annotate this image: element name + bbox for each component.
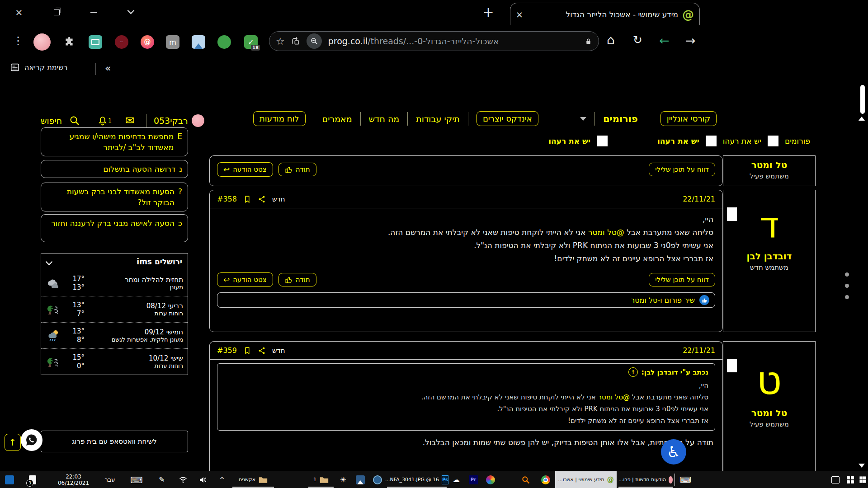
tab-search-button[interactable] — [123, 3, 138, 18]
notes-tray-icon[interactable]: 3 — [23, 471, 42, 488]
scroll-down-arrow[interactable] — [859, 464, 865, 468]
forums-dropdown-icon[interactable] — [580, 117, 586, 121]
bookmark-star-icon[interactable]: ☆ — [276, 36, 285, 47]
search-label[interactable]: חיפוש — [41, 116, 62, 126]
tab-close-icon[interactable]: × — [516, 9, 523, 19]
lock-icon[interactable] — [585, 38, 592, 45]
premiere-icon[interactable]: Pr — [466, 471, 481, 488]
browser-tab[interactable]: @ מידע שימושי - אשכול הלייזר הגדול × — [510, 3, 700, 25]
taskbar-folder-1[interactable]: 1 — [308, 471, 334, 488]
sidebar-thread-link[interactable]: נ דרושה הסעה בתשלום — [41, 160, 188, 178]
m-extension-icon[interactable]: m — [166, 35, 179, 49]
bookmark-icon[interactable] — [243, 347, 251, 355]
pen-icon[interactable]: ✎ — [154, 471, 170, 488]
mail-icon[interactable]: ✉ — [125, 114, 134, 127]
search-icon[interactable] — [69, 115, 80, 126]
pink-at-extension-icon[interactable]: @ — [141, 35, 154, 49]
sidebar-thread-link[interactable]: כ הסעה לאישה מבני ברק לרעננה וחזור — [41, 214, 188, 242]
reload-button[interactable]: ↻ — [633, 33, 642, 47]
address-bar[interactable]: ☆ prog.co.il/threads/אשכול-הלייזר-הגדול-… — [269, 31, 599, 51]
taskbar-active-window[interactable]: מידע שימושי | אשכו... @ — [555, 471, 617, 488]
scroll-to-top-button[interactable]: ↑ — [5, 434, 21, 451]
nav-whats-new[interactable]: מה חדש — [369, 114, 400, 124]
go-to-quoted-post-icon[interactable]: ↑ — [628, 367, 638, 377]
report-button[interactable]: דווח על תוכן שלילי — [649, 163, 715, 176]
internet-globe-icon[interactable] — [370, 471, 385, 488]
taskbar-clock[interactable]: 22:03 06/12/2021 — [50, 471, 97, 488]
quote-title[interactable]: נכתב ע"י דובדבן לבן: — [642, 368, 708, 376]
taskbar-messages-window[interactable]: הודעות חדשות | פרו... — [618, 471, 673, 488]
window-restore-button[interactable] — [49, 5, 64, 20]
leaf-extension-icon[interactable] — [217, 35, 231, 49]
wifi-icon[interactable] — [175, 471, 192, 488]
taskbar-folder-aktions[interactable]: אקשנים — [232, 471, 274, 488]
photos-app-icon[interactable] — [353, 471, 368, 488]
post-author[interactable]: טל ומטר — [723, 408, 815, 418]
post-author[interactable]: דובדבן לבן — [723, 251, 815, 262]
carousel-dot[interactable] — [845, 295, 849, 299]
user-avatar[interactable] — [192, 114, 204, 127]
speaker-icon[interactable] — [194, 471, 212, 488]
breadcrumb-forums[interactable]: פורומים — [785, 136, 810, 145]
nav-online-courses-button[interactable]: קורסי אונליין — [660, 111, 717, 126]
avatar-letter[interactable]: ד — [723, 206, 815, 244]
avatar-letter[interactable]: ט — [723, 360, 815, 400]
paint-palette-icon[interactable] — [483, 471, 498, 488]
user-mention[interactable]: @טל ומטר — [588, 228, 624, 237]
send-to-device-icon[interactable] — [291, 37, 300, 46]
studio-extension-icon[interactable] — [89, 35, 102, 49]
thanks-button[interactable]: תודה — [278, 273, 316, 286]
carousel-dot[interactable] — [845, 284, 849, 288]
scrollbar-thumb[interactable] — [860, 85, 865, 114]
scroll-up-arrow[interactable] — [859, 117, 865, 121]
shield-extension-icon[interactable]: ✓ 18 — [244, 35, 258, 49]
browser-menu-icon[interactable]: ⋮ — [13, 34, 24, 47]
photos-extension-icon[interactable] — [192, 35, 205, 49]
new-tab-button[interactable]: + — [480, 4, 496, 20]
likers-list[interactable]: שיר פורום ו-טל ומטר — [631, 296, 695, 305]
tray-expand-chevron[interactable]: ^ — [214, 471, 230, 488]
carousel-dot[interactable] — [845, 272, 849, 277]
profile-avatar[interactable] — [33, 33, 51, 51]
nav-creators-index-button[interactable]: אינדקס יוצרים — [476, 111, 538, 126]
sidebar-thread-link[interactable]: ? הסעות מאשדוד לבני ברק בשעות הבוקר זול? — [41, 183, 188, 211]
post-number[interactable]: #359 — [217, 346, 237, 355]
bookmark-icon[interactable] — [243, 195, 251, 203]
taskbar-photoshop[interactable]: ...NFA_3041.JPG @ 16 Ps — [387, 471, 447, 488]
collapse-chevron-icon[interactable] — [46, 258, 53, 265]
brightness-icon[interactable]: ☀ — [335, 471, 351, 488]
search-app-icon[interactable] — [518, 471, 533, 488]
touch-keyboard-button[interactable]: ⌨ — [677, 471, 693, 488]
report-button[interactable]: דווח על תוכן שלילי — [649, 273, 715, 286]
cloud-icon[interactable]: ☁ — [448, 471, 464, 488]
breadcrumb-level2[interactable]: יש את רעהו — [657, 136, 699, 145]
share-icon[interactable] — [258, 195, 266, 203]
forward-button[interactable]: ← — [659, 33, 670, 47]
username[interactable]: רבקי053 — [154, 116, 188, 126]
share-icon[interactable] — [258, 347, 266, 355]
tray-app-icon[interactable] — [3, 471, 16, 488]
touch-keyboard-icon[interactable]: ⌨ — [127, 471, 146, 488]
accessibility-button[interactable]: ♿ — [661, 439, 686, 465]
whatsapp-icon[interactable] — [21, 429, 42, 451]
bookmarks-overflow-button[interactable]: « — [105, 62, 111, 74]
nav-forums[interactable]: פורומים — [603, 113, 638, 124]
zoom-level-icon[interactable] — [307, 33, 322, 49]
window-close-button[interactable]: × — [11, 5, 27, 20]
quote-button[interactable]: צטט הודעה ↩ — [217, 272, 273, 287]
whatsapp-bar[interactable]: לשיחת וואטסאפ עם בית פרוג — [41, 431, 188, 452]
window-minimize-button[interactable] — [86, 5, 101, 20]
reading-list-button[interactable]: רשימת קריאה — [10, 62, 68, 72]
quote-button[interactable]: צטט הודעה ↩ — [217, 162, 273, 177]
red-badge-extension-icon[interactable]: ··· — [115, 35, 128, 49]
sidebar-thread-link[interactable]: E מחפשת בדחיפות מישהי/ו שמגיע מאשדוד לב"… — [41, 127, 188, 156]
language-indicator[interactable]: עבר — [100, 471, 119, 488]
task-view-button[interactable] — [828, 471, 843, 488]
apps-grid-button[interactable] — [844, 471, 857, 488]
start-button[interactable] — [857, 471, 868, 488]
url-text[interactable]: prog.co.il/threads/אשכול-הלייזר-הגדול-0-… — [328, 36, 578, 46]
nav-board-button[interactable]: לוח מודעות — [253, 111, 306, 126]
user-mention[interactable]: @טל ומטר — [598, 393, 630, 401]
extensions-puzzle-icon[interactable] — [63, 36, 75, 48]
breadcrumb-level3[interactable]: יש את רעהו — [548, 136, 590, 145]
